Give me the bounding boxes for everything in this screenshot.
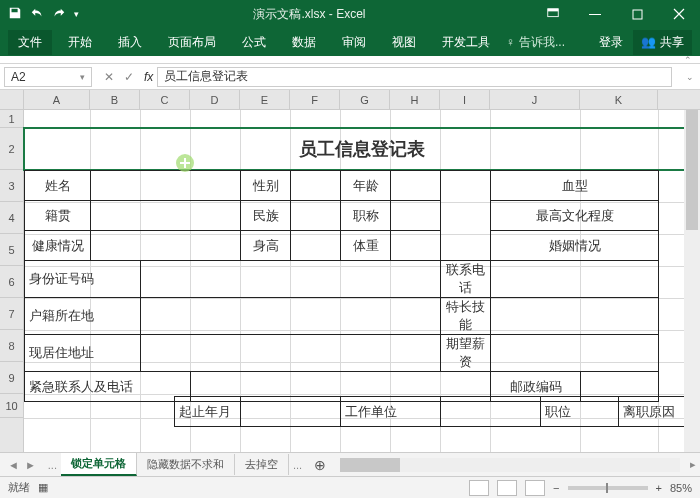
tab-view[interactable]: 视图 — [382, 30, 426, 55]
col-header[interactable]: B — [90, 90, 140, 109]
col-header[interactable]: C — [140, 90, 190, 109]
input-weight[interactable] — [391, 231, 441, 261]
label-name[interactable]: 姓名 — [25, 171, 91, 201]
row-header[interactable]: 1 — [0, 110, 23, 128]
input-skill[interactable] — [491, 298, 659, 335]
col-header[interactable]: J — [490, 90, 580, 109]
label-ethnic[interactable]: 民族 — [241, 201, 291, 231]
view-break-icon[interactable] — [525, 480, 545, 496]
col-header[interactable]: F — [290, 90, 340, 109]
input-salary[interactable] — [491, 335, 659, 372]
sheet-tab-active[interactable]: 锁定单元格 — [61, 453, 137, 476]
label-edu[interactable]: 最高文化程度 — [491, 201, 659, 231]
label-position[interactable]: 职位 — [541, 397, 619, 427]
add-sheet-button[interactable]: ⊕ — [306, 457, 334, 473]
input-health[interactable] — [91, 231, 241, 261]
tab-layout[interactable]: 页面布局 — [158, 30, 226, 55]
row-header[interactable]: 6 — [0, 266, 23, 298]
vertical-scrollbar[interactable] — [684, 110, 700, 452]
formula-input[interactable]: 员工信息登记表 — [157, 67, 672, 87]
label-marital[interactable]: 婚姻情况 — [491, 231, 659, 261]
view-normal-icon[interactable] — [469, 480, 489, 496]
input-period[interactable] — [241, 397, 341, 427]
label-id[interactable]: 身份证号码 — [25, 261, 141, 298]
col-header[interactable]: H — [390, 90, 440, 109]
tab-review[interactable]: 审阅 — [332, 30, 376, 55]
col-header[interactable]: E — [240, 90, 290, 109]
col-header[interactable]: G — [340, 90, 390, 109]
cancel-icon[interactable]: ✕ — [104, 70, 114, 84]
input-addr[interactable] — [141, 335, 441, 372]
input-company[interactable] — [441, 397, 541, 427]
cells-area[interactable]: 员工信息登记表 姓名 性别 年龄 血型 籍贯 民族 职称 最高文化程度 — [24, 110, 700, 452]
label-height[interactable]: 身高 — [241, 231, 291, 261]
input-huji[interactable] — [141, 298, 441, 335]
qat-dropdown-icon[interactable]: ▾ — [74, 9, 79, 19]
label-age[interactable]: 年龄 — [341, 171, 391, 201]
label-title[interactable]: 职称 — [341, 201, 391, 231]
label-addr[interactable]: 现居住地址 — [25, 335, 141, 372]
maximize-icon[interactable] — [616, 0, 658, 28]
input-name[interactable] — [91, 171, 241, 201]
zoom-slider[interactable] — [568, 486, 648, 490]
tab-developer[interactable]: 开发工具 — [432, 30, 500, 55]
fx-icon[interactable]: fx — [144, 70, 153, 84]
sheet-list-ellipsis[interactable]: ... — [44, 459, 61, 471]
zoom-level[interactable]: 85% — [670, 482, 692, 494]
row-header[interactable]: 8 — [0, 330, 23, 362]
label-health[interactable]: 健康情况 — [25, 231, 91, 261]
row-header[interactable]: 10 — [0, 394, 23, 418]
input-ethnic[interactable] — [291, 201, 341, 231]
expand-formula-icon[interactable]: ⌄ — [680, 72, 700, 82]
sheet-more-ellipsis[interactable]: ... — [289, 459, 306, 471]
tab-formulas[interactable]: 公式 — [232, 30, 276, 55]
tab-file[interactable]: 文件 — [8, 30, 52, 55]
select-all-corner[interactable] — [0, 90, 24, 109]
label-skill[interactable]: 特长技能 — [441, 298, 491, 335]
row-header[interactable]: 5 — [0, 234, 23, 266]
row-header[interactable]: 2 — [0, 128, 23, 170]
label-native[interactable]: 籍贯 — [25, 201, 91, 231]
sheet-nav[interactable]: ◄► — [0, 459, 44, 471]
scroll-right-icon[interactable]: ▸ — [686, 458, 700, 471]
login-link[interactable]: 登录 — [599, 34, 623, 51]
input-age[interactable] — [391, 171, 441, 201]
label-gender[interactable]: 性别 — [241, 171, 291, 201]
sheet-tab-1[interactable]: 隐藏数据不求和 — [137, 454, 235, 475]
label-blood[interactable]: 血型 — [491, 171, 659, 201]
label-emerg[interactable]: 紧急联系人及电话 — [25, 372, 191, 402]
photo-cell[interactable] — [441, 171, 491, 261]
label-salary[interactable]: 期望薪资 — [441, 335, 491, 372]
ribbon-options-icon[interactable] — [532, 0, 574, 28]
row-header[interactable]: 4 — [0, 202, 23, 234]
tab-insert[interactable]: 插入 — [108, 30, 152, 55]
share-button[interactable]: 👥共享 — [633, 30, 692, 55]
horizontal-scrollbar[interactable] — [340, 458, 680, 472]
name-box[interactable]: A2 ▾ — [4, 67, 92, 87]
col-header[interactable]: A — [24, 90, 90, 109]
zoom-in-button[interactable]: + — [656, 482, 662, 494]
col-header[interactable]: K — [580, 90, 658, 109]
tab-home[interactable]: 开始 — [58, 30, 102, 55]
row-header[interactable]: 3 — [0, 170, 23, 202]
col-header[interactable]: D — [190, 90, 240, 109]
input-native[interactable] — [91, 201, 241, 231]
enter-icon[interactable]: ✓ — [124, 70, 134, 84]
label-huji[interactable]: 户籍所在地 — [25, 298, 141, 335]
input-height[interactable] — [291, 231, 341, 261]
tell-me[interactable]: ♀告诉我... — [506, 34, 565, 51]
row-header[interactable]: 7 — [0, 298, 23, 330]
minimize-icon[interactable] — [574, 0, 616, 28]
label-phone[interactable]: 联系电话 — [441, 261, 491, 298]
redo-icon[interactable] — [52, 6, 66, 23]
view-layout-icon[interactable] — [497, 480, 517, 496]
chevron-down-icon[interactable]: ▾ — [80, 72, 85, 82]
input-phone[interactable] — [491, 261, 659, 298]
close-icon[interactable] — [658, 0, 700, 28]
sheet-tab-2[interactable]: 去掉空 — [235, 454, 289, 475]
label-period[interactable]: 起止年月 — [175, 397, 241, 427]
macro-record-icon[interactable]: ▦ — [38, 481, 48, 494]
input-gender[interactable] — [291, 171, 341, 201]
col-header[interactable]: I — [440, 90, 490, 109]
save-icon[interactable] — [8, 6, 22, 23]
